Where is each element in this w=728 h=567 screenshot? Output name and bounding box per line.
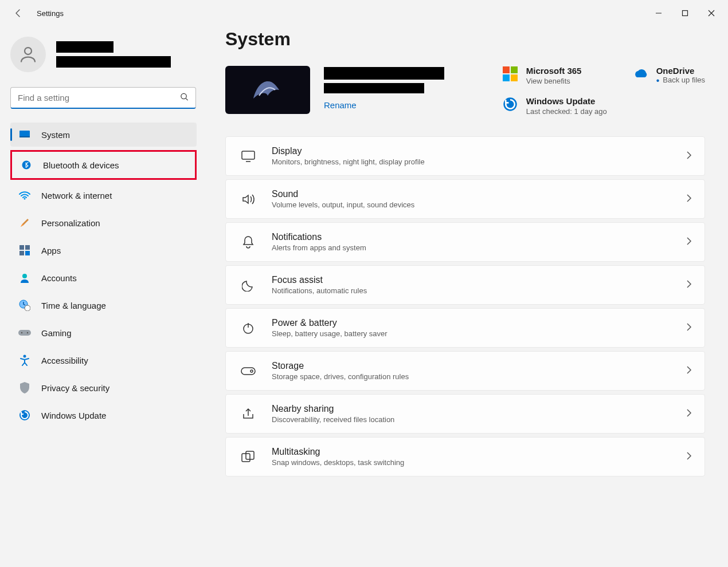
profile-block[interactable]: [10, 34, 197, 82]
chevron-right-icon: [686, 279, 692, 291]
sidebar-item-label: Gaming: [41, 328, 72, 338]
update-icon: [502, 96, 518, 112]
card-subtitle: Snap windows, desktops, task switching: [272, 458, 404, 467]
profile-name-redacted: [56, 41, 113, 53]
svg-point-17: [24, 355, 26, 358]
share-icon: [238, 408, 258, 420]
sidebar-item-gaming[interactable]: Gaming: [10, 321, 197, 345]
page-title: System: [225, 29, 705, 50]
window-title: Settings: [37, 9, 64, 18]
rename-link[interactable]: Rename: [324, 100, 444, 110]
tile-title: Windows Update: [526, 96, 607, 106]
svg-point-23: [251, 370, 253, 372]
sidebar-item-label: Apps: [41, 246, 61, 255]
sidebar-item-label: Accessibility: [41, 356, 88, 365]
sidebar-item-label: Personalization: [41, 218, 100, 228]
gamepad-icon: [18, 326, 31, 339]
sidebar-item-accounts[interactable]: Accounts: [10, 266, 197, 290]
sound-icon: [238, 193, 258, 206]
card-subtitle: Alerts from apps and system: [272, 243, 366, 252]
minimize-button[interactable]: [645, 4, 672, 22]
power-icon: [238, 322, 258, 334]
back-button[interactable]: [10, 5, 26, 21]
sidebar: System Bluetooth & devices Network & int…: [0, 26, 203, 567]
search-input[interactable]: [10, 87, 196, 109]
svg-rect-0: [683, 11, 688, 16]
card-subtitle: Storage space, drives, configuration rul…: [272, 372, 409, 381]
card-subtitle: Volume levels, output, input, sound devi…: [272, 200, 414, 209]
card-subtitle: Discoverability, received files location: [272, 415, 394, 424]
sidebar-item-label: System: [41, 130, 70, 140]
device-model-redacted: [324, 83, 424, 93]
svg-point-6: [24, 198, 26, 200]
svg-point-11: [22, 274, 27, 278]
sidebar-item-label: Network & internet: [41, 191, 112, 200]
display-icon: [238, 151, 258, 162]
chevron-right-icon: [686, 408, 692, 420]
card-sound[interactable]: SoundVolume levels, output, input, sound…: [225, 179, 705, 219]
card-power-battery[interactable]: Power & batterySleep, battery usage, bat…: [225, 308, 705, 348]
card-storage[interactable]: StorageStorage space, drives, configurat…: [225, 351, 705, 391]
apps-icon: [18, 244, 31, 257]
sidebar-item-bluetooth-devices[interactable]: Bluetooth & devices: [10, 150, 197, 180]
device-wallpaper-thumb[interactable]: [225, 66, 310, 114]
svg-rect-10: [25, 251, 30, 255]
svg-rect-14: [18, 330, 31, 336]
card-notifications[interactable]: NotificationsAlerts from apps and system: [225, 222, 705, 262]
chevron-right-icon: [686, 194, 692, 205]
card-subtitle: Notifications, automatic rules: [272, 286, 367, 295]
svg-rect-9: [19, 251, 24, 255]
card-multitasking[interactable]: MultitaskingSnap windows, desktops, task…: [225, 437, 705, 477]
svg-point-16: [27, 332, 28, 333]
storage-icon: [238, 367, 258, 375]
card-nearby-sharing[interactable]: Nearby sharingDiscoverability, received …: [225, 394, 705, 434]
card-title: Sound: [272, 189, 414, 199]
multitask-icon: [238, 451, 258, 463]
sidebar-item-time-language[interactable]: Time & language: [10, 293, 197, 317]
avatar: [10, 37, 46, 72]
microsoft-logo-icon: [502, 66, 518, 82]
bluetooth-icon: [20, 159, 33, 171]
maximize-button[interactable]: [672, 4, 698, 22]
chevron-right-icon: [686, 237, 692, 248]
profile-email-redacted: [56, 56, 171, 68]
tile-title: OneDrive: [656, 66, 705, 76]
sidebar-item-label: Windows Update: [41, 411, 106, 420]
device-name-redacted: [324, 67, 444, 80]
sidebar-item-personalization[interactable]: Personalization: [10, 211, 197, 235]
brush-icon: [18, 216, 31, 229]
sidebar-item-accessibility[interactable]: Accessibility: [10, 348, 197, 372]
tile-title: Microsoft 365: [526, 66, 582, 76]
chevron-right-icon: [686, 451, 692, 463]
sidebar-item-label: Time & language: [41, 301, 106, 310]
onedrive-icon: [632, 66, 648, 82]
wifi-icon: [18, 189, 31, 202]
accounts-icon: [18, 271, 31, 284]
card-title: Power & battery: [272, 318, 388, 328]
sidebar-item-network-internet[interactable]: Network & internet: [10, 183, 197, 207]
card-focus-assist[interactable]: Focus assistNotifications, automatic rul…: [225, 265, 705, 305]
tile-onedrive[interactable]: OneDrive Back up files: [632, 66, 705, 86]
sidebar-item-system[interactable]: System: [10, 123, 197, 147]
card-subtitle: Sleep, battery usage, battery saver: [272, 329, 388, 338]
close-button[interactable]: [698, 4, 725, 22]
sidebar-item-privacy-security[interactable]: Privacy & security: [10, 376, 197, 400]
search-icon: [180, 93, 189, 104]
system-icon: [18, 128, 31, 141]
moon-icon: [238, 279, 258, 292]
sidebar-item-label: Privacy & security: [41, 383, 109, 393]
chevron-right-icon: [686, 365, 692, 377]
main-content: System Rename Microsoft 365 View benefit…: [203, 26, 728, 567]
sidebar-item-apps[interactable]: Apps: [10, 238, 197, 262]
tile-microsoft-365[interactable]: Microsoft 365 View benefits: [502, 66, 607, 86]
svg-point-5: [22, 161, 31, 170]
card-subtitle: Monitors, brightness, night light, displ…: [272, 158, 425, 166]
sidebar-item-windows-update[interactable]: Windows Update: [10, 403, 197, 427]
tile-windows-update[interactable]: Windows Update Last checked: 1 day ago: [502, 96, 607, 116]
svg-rect-7: [19, 245, 24, 250]
bell-icon: [238, 235, 258, 249]
svg-rect-20: [242, 151, 255, 159]
sidebar-item-label: Accounts: [41, 273, 77, 283]
card-title: Notifications: [272, 232, 366, 242]
card-display[interactable]: DisplayMonitors, brightness, night light…: [225, 136, 705, 176]
